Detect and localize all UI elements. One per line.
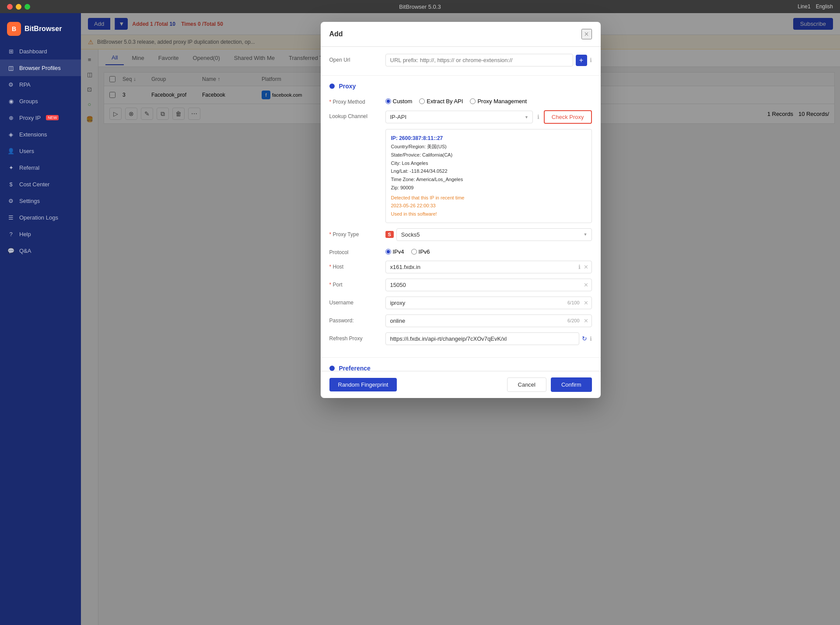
proxy-method-extract-input[interactable] (419, 98, 425, 104)
proxy-method-custom[interactable]: Custom (385, 98, 413, 105)
sidebar: B BitBrowser ⊞ Dashboard ◫ Browser Profi… (0, 13, 81, 625)
port-label: Port (329, 279, 382, 288)
proxy-info-city: City: Los Angeles (391, 159, 586, 168)
cost-center-icon: $ (7, 180, 15, 188)
titlebar-right: Line1 English (798, 3, 833, 10)
host-input-wrapper: ✕ ℹ (385, 261, 592, 273)
host-label: Host (329, 261, 382, 270)
open-url-input[interactable] (385, 54, 573, 66)
proxy-section-title: Proxy (339, 83, 356, 90)
port-clear-icon[interactable]: ✕ (584, 282, 588, 288)
protocol-ipv4-input[interactable] (385, 249, 391, 255)
proxy-info-lnglat: Lng/Lat: -118.244/34.0522 (391, 167, 586, 175)
password-input[interactable] (385, 314, 592, 327)
titlebar: BitBrowser 5.0.3 Line1 English (0, 0, 840, 13)
sidebar-item-label: Referral (19, 164, 39, 171)
proxy-method-management[interactable]: Proxy Management (470, 98, 527, 105)
proxy-info-warning: Detected that this IP in recent time 202… (391, 194, 586, 218)
password-clear-icon[interactable]: ✕ (584, 318, 588, 324)
proxy-info-country: Country/Region: 美国(US) (391, 143, 586, 151)
sidebar-item-label: Dashboard (19, 48, 47, 55)
sidebar-item-extensions[interactable]: ◈ Extensions (0, 126, 81, 143)
proxy-method-row: Proxy Method Custom Extract B (329, 96, 592, 105)
help-icon: ? (7, 230, 15, 238)
sidebar-item-users[interactable]: 👤 Users (0, 143, 81, 159)
preference-section-header: Preference (329, 365, 592, 371)
username-clear-icon[interactable]: ✕ (584, 300, 588, 306)
sidebar-item-dashboard[interactable]: ⊞ Dashboard (0, 43, 81, 59)
proxy-method-management-input[interactable] (470, 98, 476, 104)
host-clear-icon[interactable]: ✕ (584, 264, 588, 270)
proxy-type-dropdown-wrapper: Socks5 (396, 228, 592, 241)
close-window-dot[interactable] (7, 4, 13, 10)
proxy-warning-note: Used in this software! (391, 210, 586, 218)
sidebar-item-operation-logs[interactable]: ☰ Operation Logs (0, 209, 81, 226)
port-input-wrapper: ✕ (385, 279, 592, 291)
cancel-button[interactable]: Cancel (507, 377, 546, 392)
url-add-button[interactable]: + (576, 55, 587, 66)
sidebar-item-browser-profiles[interactable]: ◫ Browser Profiles (0, 59, 81, 76)
sidebar-item-rpa[interactable]: ⚙ RPA (0, 76, 81, 93)
maximize-window-dot[interactable] (24, 4, 30, 10)
proxy-type-select[interactable]: Socks5 (396, 228, 592, 241)
preference-section-title: Preference (339, 365, 371, 371)
password-label: Password: (329, 314, 382, 324)
random-fingerprint-button[interactable]: Random Fingerprint (329, 378, 397, 391)
refresh-proxy-input[interactable] (385, 332, 579, 345)
protocol-ipv6-input[interactable] (411, 249, 417, 255)
refresh-proxy-control: ↻ ℹ (385, 332, 592, 345)
rpa-icon: ⚙ (7, 80, 15, 88)
modal-close-button[interactable]: × (581, 29, 592, 39)
username-input-wrapper: 6/100 ✕ (385, 297, 592, 309)
refresh-icon[interactable]: ↻ (582, 335, 587, 342)
sidebar-item-qa[interactable]: 💬 Q&A (0, 242, 81, 259)
sidebar-item-proxy-ip[interactable]: ⊕ Proxy IP NEW (0, 109, 81, 126)
proxy-info-state: State/Provice: California(CA) (391, 151, 586, 159)
confirm-button[interactable]: Confirm (551, 377, 592, 392)
sidebar-item-groups[interactable]: ◉ Groups (0, 93, 81, 109)
proxy-info-wrapper: IP: 2600:387:8:11::27 Country/Region: 美国… (385, 129, 592, 223)
proxy-warning-date: 2023-05-26 22:00:33 (391, 202, 586, 210)
proxy-method-extract[interactable]: Extract By API (419, 98, 463, 105)
url-info-icon[interactable]: ℹ (590, 57, 592, 63)
host-input[interactable] (385, 261, 592, 273)
proxy-type-label: Proxy Type (329, 228, 382, 237)
proxy-method-control: Custom Extract By API Proxy Management (385, 96, 592, 105)
proxy-method-label: Proxy Method (329, 96, 382, 105)
footer-action-buttons: Cancel Confirm (507, 377, 592, 392)
check-proxy-button[interactable]: Check Proxy (544, 110, 592, 124)
sidebar-item-help[interactable]: ? Help (0, 226, 81, 242)
sidebar-item-label: Browser Profiles (19, 65, 61, 71)
open-url-row: Open Url + ℹ (329, 54, 592, 66)
lookup-channel-info-icon[interactable]: ℹ (537, 114, 539, 120)
language-selector[interactable]: English (816, 3, 833, 10)
modal-title: Add (329, 30, 343, 38)
password-input-wrapper: 6/200 ✕ (385, 314, 592, 327)
line-info: Line1 (798, 3, 810, 10)
minimize-window-dot[interactable] (16, 4, 21, 10)
lookup-channel-label: Lookup Channel (329, 110, 382, 119)
settings-icon: ⚙ (7, 197, 15, 205)
users-icon: 👤 (7, 147, 15, 155)
protocol-ipv4[interactable]: IPv4 (385, 248, 404, 255)
sidebar-item-settings[interactable]: ⚙ Settings (0, 192, 81, 209)
port-input[interactable] (385, 279, 592, 291)
sidebar-item-cost-center[interactable]: $ Cost Center (0, 176, 81, 192)
protocol-ipv6[interactable]: IPv6 (411, 248, 430, 255)
proxy-method-custom-input[interactable] (385, 98, 391, 104)
refresh-info-icon[interactable]: ℹ (590, 335, 592, 342)
proxy-type-row: Proxy Type S Socks5 (329, 228, 592, 241)
host-info-icon[interactable]: ℹ (578, 264, 581, 270)
window-controls[interactable] (7, 4, 30, 10)
proxy-section-header: Proxy (329, 83, 592, 90)
proxy-section-dot (329, 84, 335, 89)
sidebar-item-referral[interactable]: ✦ Referral (0, 159, 81, 176)
add-modal: Add × Open Url + ℹ (321, 22, 601, 398)
lookup-channel-select[interactable]: IP-API (385, 111, 533, 123)
username-input[interactable] (385, 297, 592, 309)
open-url-label: Open Url (329, 54, 382, 63)
proxy-info-panel: IP: 2600:387:8:11::27 Country/Region: 美国… (385, 129, 592, 223)
sidebar-item-label: Settings (19, 198, 40, 204)
username-control: 6/100 ✕ (385, 297, 592, 309)
logo-icon: B (7, 22, 21, 36)
